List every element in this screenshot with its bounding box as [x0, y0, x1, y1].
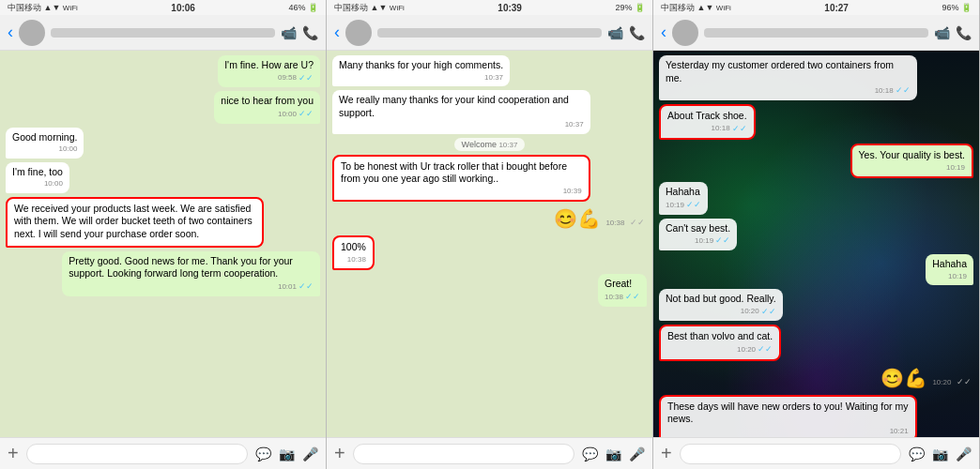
mic-icon[interactable]: 🎤	[956, 446, 972, 461]
message-bubble: We really many thanks for your kind coop…	[332, 90, 590, 134]
camera-icon[interactable]: 📷	[279, 446, 295, 461]
back-button[interactable]: ‹	[661, 23, 666, 42]
video-call-icon[interactable]: 📹	[607, 25, 623, 40]
message-time: 10:19	[946, 163, 965, 173]
emoji-message: 😊💪 10:38 ✓✓	[552, 205, 647, 232]
status-time: 10:06	[171, 3, 195, 13]
message-row: These days will have new orders to you! …	[659, 395, 973, 437]
message-text: Many thanks for your high comments.	[339, 59, 503, 72]
status-battery: 46% 🔋	[288, 3, 318, 12]
message-time: 09:58	[278, 73, 297, 83]
video-call-icon[interactable]: 📹	[934, 25, 950, 40]
message-bubble: Not bad but good. Really.10:20✓✓	[659, 289, 783, 321]
message-footer: 10:18✓✓	[666, 85, 911, 97]
avatar	[19, 20, 45, 46]
chat-messages: Many thanks for your high comments.10:37…	[327, 51, 652, 437]
message-footer: 10:37	[339, 73, 503, 83]
message-text: Can't say best.	[666, 222, 730, 235]
avatar	[345, 20, 372, 46]
message-time: 10:37	[565, 120, 584, 129]
add-icon[interactable]: +	[334, 443, 345, 464]
message-time: 10:00	[58, 144, 77, 154]
emoji-message: 😊💪 10:20 ✓✓	[879, 365, 973, 391]
message-row: 😊💪 10:20 ✓✓	[659, 365, 973, 391]
message-footer: 10:20✓✓	[666, 307, 776, 318]
camera-icon[interactable]: 📷	[932, 446, 948, 461]
add-icon[interactable]: +	[661, 443, 672, 464]
voice-call-icon[interactable]: 📞	[956, 25, 972, 40]
message-bubble: Yes. Your quality is best.10:19	[850, 144, 973, 178]
message-time: 10:00	[278, 110, 297, 119]
message-input[interactable]	[26, 444, 248, 464]
message-text: Not bad but good. Really.	[666, 293, 776, 306]
chat-messages: Yesterday my customer ordered two contai…	[653, 51, 979, 437]
chat-messages: I'm fine. How are U?09:58✓✓nice to hear …	[0, 51, 326, 437]
message-text: Best than volvo and cat.	[667, 330, 773, 343]
back-button[interactable]: ‹	[8, 23, 13, 42]
message-text: We really many thanks for your kind coop…	[339, 94, 584, 119]
message-time: 10:19	[695, 236, 713, 246]
message-input[interactable]	[353, 444, 574, 464]
message-footer: 10:00	[12, 144, 77, 154]
phone-panel-3: 中国移动 ▲▼ WiFi 10:27 96% 🔋 ‹ 📹 📞 Yesterday…	[653, 0, 980, 469]
message-footer: 10:38	[341, 255, 366, 265]
message-text: Hahaha	[666, 186, 701, 199]
mic-icon[interactable]: 🎤	[629, 446, 645, 461]
camera-icon[interactable]: 📷	[605, 446, 621, 461]
voice-call-icon[interactable]: 📞	[629, 25, 645, 40]
add-icon[interactable]: +	[8, 443, 19, 464]
chat-footer: + 💬 📷 🎤	[653, 437, 979, 469]
chat-header: ‹ 📹 📞	[327, 15, 652, 51]
message-time: 10:00	[44, 179, 63, 189]
message-row: Best than volvo and cat.10:20✓✓	[659, 325, 973, 360]
message-time: 10:18	[875, 86, 894, 96]
message-text: These days will have new orders to you! …	[667, 401, 909, 426]
message-bubble: Best than volvo and cat.10:20✓✓	[659, 325, 781, 360]
message-footer: 10:18✓✓	[667, 124, 747, 135]
message-row: We really many thanks for your kind coop…	[332, 90, 647, 134]
message-bubble: Great!10:38✓✓	[598, 274, 647, 306]
message-row: Welcome 10:37	[332, 138, 647, 151]
video-call-icon[interactable]: 📹	[281, 25, 297, 40]
message-row: Yesterday my customer ordered two contai…	[659, 55, 973, 100]
message-footer: 10:00✓✓	[221, 109, 314, 120]
message-bubble: To be honest with Ur track roller that i…	[332, 155, 590, 203]
message-row: We received your products last week. We …	[6, 197, 320, 248]
voice-call-icon[interactable]: 📞	[302, 25, 318, 40]
message-row: Can't say best.10:19✓✓	[659, 219, 973, 250]
message-footer: 10:19✓✓	[666, 200, 701, 211]
message-bubble: Yesterday my customer ordered two contai…	[659, 55, 917, 100]
chat-bubble-icon[interactable]: 💬	[255, 446, 271, 461]
chat-bubble-icon[interactable]: 💬	[582, 446, 598, 461]
chat-footer: + 💬 📷 🎤	[327, 437, 652, 469]
message-bubble: About Track shoe.10:18✓✓	[659, 104, 756, 140]
back-button[interactable]: ‹	[334, 23, 340, 42]
message-bubble: I'm fine, too10:00	[6, 162, 69, 193]
system-message: Welcome 10:37	[454, 138, 526, 151]
message-bubble: Can't say best.10:19✓✓	[659, 219, 737, 250]
message-footer: 10:19	[932, 272, 967, 281]
message-time: 10:01	[278, 282, 297, 292]
message-bubble: Many thanks for your high comments.10:37	[332, 55, 510, 86]
chat-bubble-icon[interactable]: 💬	[909, 446, 925, 461]
message-bubble: 100%10:38	[332, 235, 375, 270]
status-carrier: 中国移动 ▲▼ WiFi	[8, 2, 78, 14]
message-row: Hahaha10:19	[659, 254, 973, 285]
message-text: I'm fine, too	[12, 166, 63, 179]
message-text: 100%	[341, 241, 366, 254]
status-carrier: 中国移动 ▲▼ WiFi	[661, 2, 731, 14]
message-time: 10:19	[666, 201, 684, 210]
message-time: 10:21	[890, 427, 909, 436]
message-footer: 10:01✓✓	[69, 281, 314, 293]
mic-icon[interactable]: 🎤	[302, 446, 318, 461]
message-text: To be honest with Ur track roller that i…	[341, 160, 582, 186]
avatar	[672, 20, 698, 46]
contact-name	[704, 28, 928, 38]
message-text: About Track shoe.	[667, 110, 747, 123]
chat-footer: + 💬 📷 🎤	[0, 437, 326, 469]
message-row: Good morning.10:00	[6, 128, 320, 159]
chat-header: ‹ 📹 📞	[653, 15, 979, 51]
message-input[interactable]	[680, 444, 901, 464]
message-row: I'm fine. How are U?09:58✓✓	[6, 55, 320, 87]
phone-panel-1: 中国移动 ▲▼ WiFi 10:06 46% 🔋 ‹ 📹 📞 I'm fine.…	[0, 0, 327, 469]
